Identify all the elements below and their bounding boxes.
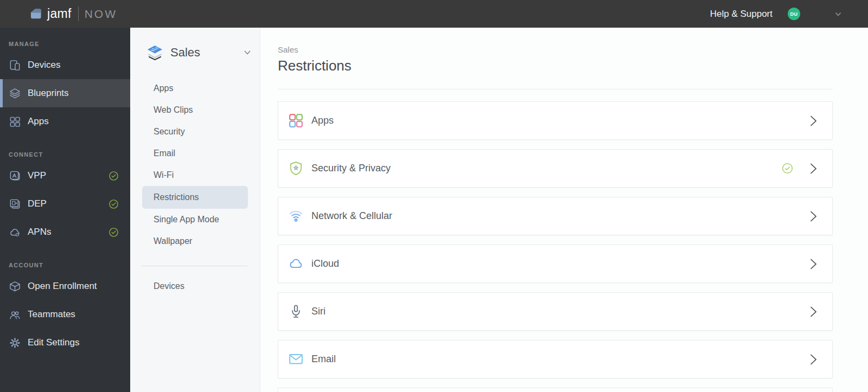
card-apps[interactable]: Apps [278,101,833,140]
sidebar-item-teammates[interactable]: Teammates [0,300,130,329]
panel-item-web-clips[interactable]: Web Clips [130,99,260,121]
account-menu-toggle[interactable] [834,10,843,18]
sidebar-item-label: Open Enrollment [28,281,97,292]
card-icloud[interactable]: iCloud [278,245,833,283]
help-support-link[interactable]: Help & Support [710,9,773,20]
blueprint-panel: Sales Apps Web Clips Security Email Wi-F… [130,28,260,392]
card-network-cellular[interactable]: Network & Cellular [278,197,833,235]
sidebar-item-apps[interactable]: Apps [0,107,130,136]
restriction-cards: Apps Security & Privacy [278,101,833,392]
brand-suffix: NOW [85,8,117,21]
next-card-partial [278,388,833,392]
sidebar-item-label: VPP [28,170,46,181]
card-security-privacy[interactable]: Security & Privacy [278,149,833,188]
sidebar-item-apns[interactable]: APNs [0,218,130,246]
sidebar-item-edit-settings[interactable]: Edit Settings [0,329,130,357]
card-label: iCloud [311,258,339,269]
chevron-right-icon [808,257,818,271]
dep-status-check-icon [108,199,119,209]
panel-item-wallpaper[interactable]: Wallpaper [130,230,260,252]
apns-status-check-icon [108,227,119,237]
devices-icon [9,59,21,72]
blueprint-nav: Apps Web Clips Security Email Wi-Fi Rest… [130,78,260,252]
brand-name: jamf [47,7,72,21]
avatar[interactable]: DU [788,8,800,20]
panel-item-single-app-mode[interactable]: Single App Mode [130,209,260,230]
breadcrumb: Sales [278,45,833,54]
card-label: Apps [311,115,334,126]
card-label: Siri [311,306,326,317]
blueprint-stack-icon [145,44,164,61]
gear-icon [9,337,21,349]
chevron-right-icon [808,162,818,176]
wifi-icon [288,208,304,224]
section-label-connect: CONNECT [0,151,130,158]
panel-item-apps[interactable]: Apps [130,78,260,99]
vpp-icon [9,170,21,182]
card-email[interactable]: Email [278,340,833,378]
header-divider [278,89,833,89]
brand-divider [78,7,79,21]
apps-icon [9,115,21,128]
blueprint-selector[interactable]: Sales [145,39,252,66]
sidebar-item-label: DEP [28,198,47,209]
apns-icon [9,226,21,239]
sidebar-item-open-enrollment[interactable]: Open Enrollment [0,272,130,300]
sidebar-item-label: Apps [28,116,49,127]
apps-grid-icon [288,113,304,128]
chevron-down-icon [834,10,843,18]
card-label: Network & Cellular [311,210,392,222]
configured-check-icon [782,163,793,174]
sidebar-item-label: Blueprints [28,88,69,99]
panel-item-wifi[interactable]: Wi-Fi [130,164,260,186]
cloud-icon [288,256,304,272]
sidebar-item-label: APNs [28,227,51,237]
sidebar-item-label: Teammates [28,309,75,320]
jamf-now-logo[interactable]: jamf NOW [30,7,117,21]
top-bar: jamf NOW Help & Support DU [0,0,868,28]
jamf-logo-icon [30,8,42,20]
panel-item-email[interactable]: Email [130,143,260,164]
section-label-manage: MANAGE [0,41,130,47]
chevron-right-icon [808,114,818,128]
open-enrollment-icon [9,280,21,293]
microphone-icon [288,304,304,319]
section-label-account: ACCOUNT [0,262,130,268]
sidebar-item-vpp[interactable]: VPP [0,162,130,190]
panel-item-restrictions[interactable]: Restrictions [142,186,248,209]
teammates-icon [9,309,21,321]
sidebar-item-label: Devices [28,60,60,70]
main-sidebar: MANAGE Devices Blueprints [0,28,130,392]
blueprint-title: Sales [170,46,200,60]
chevron-right-icon [808,305,818,319]
sidebar-item-blueprints[interactable]: Blueprints [0,79,130,107]
page-title: Restrictions [278,57,833,74]
chevron-right-icon [808,209,818,223]
chevron-right-icon [808,352,818,367]
card-label: Security & Privacy [311,163,391,174]
main-content: Sales Restrictions Apps [260,28,868,392]
envelope-icon [288,351,304,367]
sidebar-item-dep[interactable]: DEP [0,190,130,218]
vpp-status-check-icon [108,171,119,181]
card-siri[interactable]: Siri [278,292,833,331]
card-label: Email [311,354,336,365]
blueprints-icon [9,87,21,100]
panel-item-security[interactable]: Security [130,121,260,143]
panel-divider [142,266,247,266]
dep-icon [9,198,21,210]
panel-item-devices[interactable]: Devices [130,275,260,297]
shield-icon [288,160,304,176]
sidebar-item-devices[interactable]: Devices [0,51,130,79]
chevron-down-icon [242,48,252,57]
sidebar-item-label: Edit Settings [28,337,79,348]
